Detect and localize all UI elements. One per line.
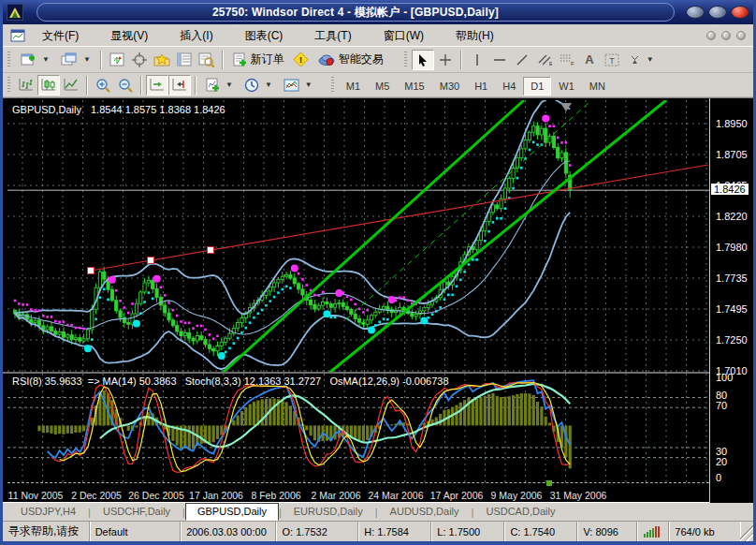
close-button[interactable] [731,6,749,19]
menu-item[interactable]: 工具(T) [305,26,360,45]
main-price-chart[interactable] [7,100,709,372]
time-axis-label: 2 Mar 2006 [311,490,360,501]
toolbar-grip[interactable] [404,52,407,68]
new-chart-button[interactable]: ▼ [15,50,55,70]
timeframe-M1[interactable]: M1 [339,77,368,96]
status-datetime: 2006.03.03 00:00 [181,522,276,541]
new-order-button[interactable]: 新订单 [227,50,290,70]
indicator-scale-label: 0 [716,472,721,483]
toolbar-separator [222,51,224,69]
chart-tabs-bar: USDJPY,H4|USDCHF,Daily|GBPUSD,Daily|EURU… [3,502,753,521]
indicator-scale-label: 70 [716,400,727,411]
profiles-button[interactable]: ▼ [55,50,96,70]
time-axis-label: 9 May 2006 [491,490,543,501]
periods-button[interactable]: ▼ [239,75,278,96]
vertical-line-tool[interactable] [466,50,488,70]
timeframe-M30[interactable]: M30 [432,77,467,96]
time-axis-label: 24 Mar 2006 [369,490,424,501]
minimize-button[interactable] [686,6,705,19]
chart-tab[interactable]: EURUSD,Daily [282,503,375,521]
menu-item[interactable]: 文件(F) [33,26,88,45]
toolbar-separator [140,76,142,95]
toolbar-grip[interactable] [331,77,334,94]
bar-chart-button[interactable] [15,75,37,96]
auto-scroll-button[interactable] [146,75,168,96]
toolbar-separator [86,76,88,95]
text-label-tool[interactable]: T [601,50,623,70]
tick-chart-icon[interactable] [106,50,128,70]
arrows-tool[interactable]: ▼ [623,50,660,70]
expert-advisors-button[interactable]: 智能交易 [313,50,389,70]
chart-tab[interactable]: GBPUSD,Daily [185,503,279,521]
timeframe-M5[interactable]: M5 [368,77,397,96]
data-window-icon[interactable] [196,50,218,70]
chart-tab[interactable]: USDCAD,Daily [473,503,567,521]
favorites-icon[interactable] [151,50,173,70]
svg-text:F: F [571,61,574,66]
timeframe-H1[interactable]: H1 [467,77,495,96]
fibonacci-tool[interactable]: F [556,50,578,70]
chart-window-icon [7,25,29,46]
resize-grip[interactable] [740,522,753,541]
chart-shift-button[interactable] [168,75,191,96]
candlestick-button[interactable] [37,75,60,96]
maximize-button[interactable] [708,6,727,19]
bid-price-box: 1.8426 [711,184,749,195]
timeframe-M15[interactable]: M15 [397,77,431,96]
indicator-scale-label: 100 [716,372,733,383]
time-axis-label: 31 May 2006 [550,490,607,501]
text-tool[interactable]: A [578,50,601,70]
horizontal-line-tool[interactable] [488,50,511,70]
mdi-restore-button[interactable] [721,31,731,40]
time-axis-label: 2 Dec 2005 [71,490,122,501]
mdi-close-button[interactable] [736,31,746,40]
menu-item[interactable]: 插入(I) [170,26,222,45]
price-axis-label: 1.7495 [716,303,748,315]
status-help: 寻求帮助,请按 [3,522,90,541]
indicators-button[interactable]: ▼ [200,75,239,96]
menu-item[interactable]: 帮助(H) [446,26,503,45]
status-bar: 寻求帮助,请按 Default 2006.03.03 00:00 O: 1.75… [3,521,753,541]
mdi-window-buttons [706,31,746,40]
timeframe-MN[interactable]: MN [582,77,613,96]
toolbar-grip[interactable] [7,52,10,68]
chart-tab[interactable]: USDJPY,H4 [8,503,88,521]
mdi-minimize-button[interactable] [706,31,716,40]
time-axis-ticks[interactable] [7,482,709,489]
app-logo-icon [7,4,23,21]
timeframe-W1[interactable]: W1 [551,77,582,96]
chart-area[interactable]: GBPUSD,Daily1.8544 1.8575 1.8368 1.8426 … [3,97,753,502]
status-profile[interactable]: Default [90,522,181,541]
cursor-tool-button[interactable] [412,50,434,70]
price-axis[interactable]: 1.89501.87051.84651.82201.79801.77351.74… [709,98,753,503]
charts-toolbar: ▼ ▼ ▼ M1M5M15M30H1H4D1W1MN [3,73,753,97]
menu-bar: 文件(F)显视(V)插入(I)图表(C)工具(T)窗口(W)帮助(H) [3,24,753,47]
chart-tab[interactable]: AUDUSD,Daily [378,503,472,521]
line-chart-button[interactable] [60,75,82,96]
timeframe-H4[interactable]: H4 [495,77,523,96]
menu-item[interactable]: 窗口(W) [374,26,433,45]
menu-item[interactable]: 图表(C) [236,26,293,45]
trendline-tool[interactable] [511,50,533,70]
toolbar-separator [195,76,196,95]
time-axis-label: 11 Nov 2005 [8,490,64,501]
crosshair-target-icon[interactable] [128,50,151,70]
time-axis[interactable]: 11 Nov 20052 Dec 200526 Dec 200517 Jan 2… [7,489,753,503]
new-order-label: 新订单 [251,52,284,67]
time-axis-label: 17 Apr 2006 [430,490,484,501]
alert-icon[interactable]: ! [290,50,313,70]
price-axis-label: 1.7735 [716,272,748,284]
templates-button[interactable]: ▼ [278,75,318,96]
title-pill: 25750: Windsor Direct 4 - 模拟帐户 - [GBPUSD… [36,3,675,22]
timeframe-D1[interactable]: D1 [523,77,551,96]
chart-ohlc-header: GBPUSD,Daily1.8544 1.8575 1.8368 1.8426 [12,104,225,115]
equidistant-channel-tool[interactable]: E [533,50,556,70]
crosshair-tool-button[interactable] [434,50,457,70]
market-watch-icon[interactable] [173,50,196,70]
chart-tab[interactable]: USDCHF,Daily [91,503,182,521]
zoom-in-button[interactable] [92,75,114,96]
zoom-out-button[interactable] [114,75,137,96]
toolbar-grip[interactable] [7,77,10,94]
menu-item[interactable]: 显视(V) [101,26,157,45]
indicator-pane[interactable] [7,374,709,482]
